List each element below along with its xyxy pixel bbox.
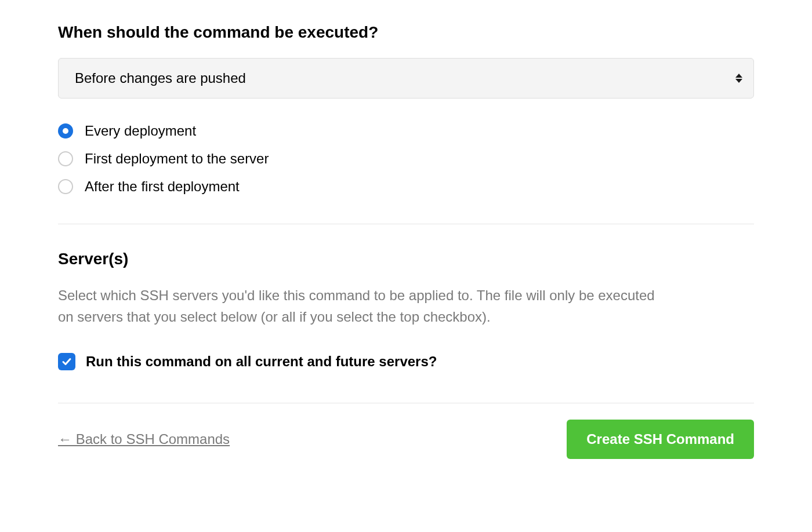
- radio-option-after-first-deployment[interactable]: After the first deployment: [58, 178, 754, 195]
- run-on-all-servers-checkbox[interactable]: Run this command on all current and futu…: [58, 353, 754, 370]
- footer: ← Back to SSH Commands Create SSH Comman…: [58, 420, 754, 459]
- footer-divider: [58, 403, 754, 403]
- section-divider: [58, 224, 754, 224]
- timing-radio-group: Every deployment First deployment to the…: [58, 123, 754, 195]
- radio-option-first-deployment[interactable]: First deployment to the server: [58, 151, 754, 167]
- back-to-ssh-commands-link[interactable]: ← Back to SSH Commands: [58, 431, 230, 447]
- radio-label: Every deployment: [85, 123, 196, 139]
- timing-select-wrapper[interactable]: Before changes are pushed: [58, 58, 754, 99]
- timing-heading: When should the command be executed?: [58, 23, 754, 42]
- checkbox-icon: [58, 353, 75, 370]
- radio-icon: [58, 179, 73, 194]
- radio-label: After the first deployment: [85, 178, 240, 195]
- checkbox-label: Run this command on all current and futu…: [86, 354, 437, 370]
- servers-description: Select which SSH servers you'd like this…: [58, 285, 661, 327]
- timing-select[interactable]: Before changes are pushed: [58, 58, 754, 99]
- radio-icon: [58, 123, 73, 139]
- radio-icon: [58, 151, 73, 166]
- servers-heading: Server(s): [58, 250, 754, 268]
- radio-option-every-deployment[interactable]: Every deployment: [58, 123, 754, 139]
- radio-label: First deployment to the server: [85, 151, 269, 167]
- create-ssh-command-button[interactable]: Create SSH Command: [567, 420, 754, 459]
